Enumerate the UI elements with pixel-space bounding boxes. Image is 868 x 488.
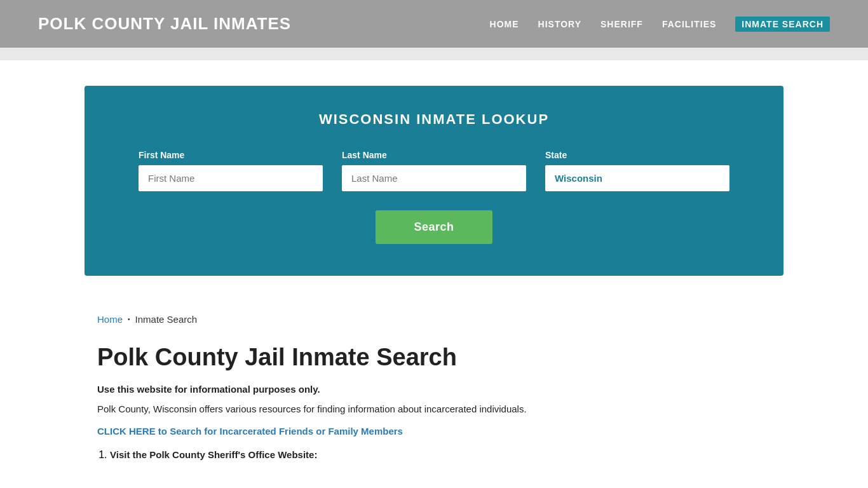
steps-list: Visit the Polk County Sheriff's Office W… xyxy=(110,449,771,461)
sub-header-bar xyxy=(0,48,868,60)
search-btn-row: Search xyxy=(123,210,745,244)
breadcrumb-separator: • xyxy=(128,316,130,323)
list-item-1-text: Visit the Polk County Sheriff's Office W… xyxy=(110,449,317,460)
last-name-input[interactable] xyxy=(342,165,526,191)
site-title: POLK COUNTY JAIL INMATES xyxy=(38,14,291,34)
info-text: Polk County, Wisconsin offers various re… xyxy=(97,403,771,414)
state-select[interactable]: Wisconsin xyxy=(545,165,729,191)
state-field-group: State Wisconsin xyxy=(545,150,729,191)
nav-home[interactable]: HOME xyxy=(490,19,519,29)
main-nav: HOME HISTORY SHERIFF FACILITIES INMATE S… xyxy=(490,17,830,32)
state-label: State xyxy=(545,150,729,160)
last-name-label: Last Name xyxy=(342,150,526,160)
first-name-label: First Name xyxy=(139,150,323,160)
search-button[interactable]: Search xyxy=(376,210,492,244)
breadcrumb-home-link[interactable]: Home xyxy=(97,314,123,325)
nav-sheriff[interactable]: SHERIFF xyxy=(600,19,643,29)
search-fields-row: First Name Last Name State Wisconsin xyxy=(123,150,745,191)
nav-facilities[interactable]: FACILITIES xyxy=(662,19,716,29)
first-name-field-group: First Name xyxy=(139,150,323,191)
first-name-input[interactable] xyxy=(139,165,323,191)
widget-title: WISCONSIN INMATE LOOKUP xyxy=(123,111,745,128)
site-header: POLK COUNTY JAIL INMATES HOME HISTORY SH… xyxy=(0,0,868,48)
search-link[interactable]: CLICK HERE to Search for Incarcerated Fr… xyxy=(97,426,771,437)
info-text-bold: Use this website for informational purpo… xyxy=(97,384,771,395)
main-content: Home • Inmate Search Polk County Jail In… xyxy=(85,301,783,488)
list-item-1: Visit the Polk County Sheriff's Office W… xyxy=(110,449,771,461)
breadcrumb-current: Inmate Search xyxy=(135,314,198,325)
nav-inmate-search[interactable]: INMATE SEARCH xyxy=(735,17,830,32)
page-title: Polk County Jail Inmate Search xyxy=(97,344,771,371)
nav-history[interactable]: HISTORY xyxy=(538,19,581,29)
search-widget: WISCONSIN INMATE LOOKUP First Name Last … xyxy=(85,86,783,276)
last-name-field-group: Last Name xyxy=(342,150,526,191)
breadcrumb: Home • Inmate Search xyxy=(97,314,771,325)
